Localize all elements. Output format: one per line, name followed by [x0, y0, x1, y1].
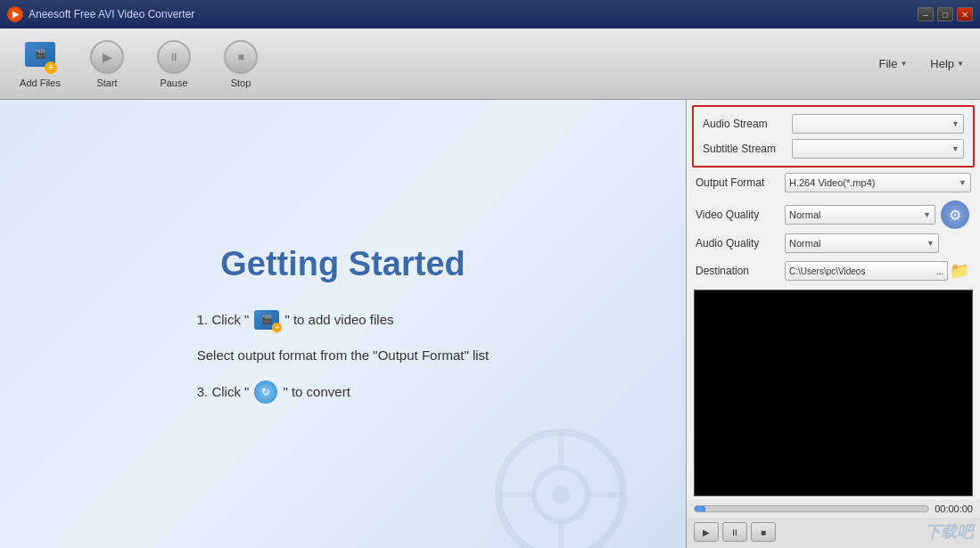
stop-playback-button[interactable]: ■: [751, 522, 776, 542]
subtitle-stream-row: Subtitle Stream ▼: [703, 139, 964, 159]
file-menu[interactable]: File ▼: [871, 53, 914, 74]
audio-stream-select[interactable]: ▼: [792, 114, 964, 134]
output-format-label: Output Format: [696, 176, 785, 189]
instruction-1: 1. Click " 🎬 " to add video files: [197, 310, 489, 330]
destination-container: Destination C:\Users\pc\Videos ... 📁: [696, 261, 971, 281]
instructions: 1. Click " 🎬 " to add video files Select…: [197, 310, 489, 404]
subtitle-stream-select[interactable]: ▼: [792, 139, 964, 159]
stop-button[interactable]: ■ Stop: [210, 34, 272, 94]
close-button[interactable]: ✕: [957, 7, 973, 21]
main-content: Getting Started 1. Click " 🎬 " to add vi…: [0, 100, 980, 548]
audio-quality-select[interactable]: Normal ▼: [785, 233, 939, 253]
progress-thumb: [695, 505, 705, 512]
pause-playback-button[interactable]: ⏸: [722, 522, 747, 542]
progress-area: 00:00:00: [687, 500, 980, 518]
title-bar: ▶ Aneesoft Free AVI Video Converter – □ …: [0, 0, 980, 29]
film-reel-decoration: [490, 423, 632, 548]
add-files-label: Add Files: [20, 78, 61, 88]
title-bar-left: ▶ Aneesoft Free AVI Video Converter: [7, 6, 194, 22]
video-quality-label: Video Quality: [696, 209, 785, 221]
destination-value: C:\Users\pc\Videos: [789, 266, 865, 276]
pause-button[interactable]: ⏸ Pause: [143, 34, 205, 94]
video-quality-container: Video Quality Normal ▼ ⚙: [696, 200, 971, 229]
audio-stream-arrow: ▼: [951, 119, 959, 128]
right-panel: Audio Stream ▼ Subtitle Stream ▼: [686, 100, 980, 548]
time-display: 00:00:00: [935, 503, 973, 514]
settings-gear-button[interactable]: ⚙: [941, 200, 969, 229]
output-format-row: Output Format H.264 Video(*.mp4) ▼: [696, 173, 971, 192]
instruction-2: Select output format from the "Output Fo…: [197, 348, 489, 363]
destination-dots: ...: [936, 266, 943, 276]
add-files-button[interactable]: 🎬 + Add Files: [9, 34, 71, 94]
lower-settings: Output Format H.264 Video(*.mp4) ▼ Video…: [687, 168, 980, 286]
subtitle-stream-arrow: ▼: [951, 144, 959, 153]
stop-icon: ■: [224, 40, 258, 74]
pause-icon: ⏸: [157, 40, 191, 74]
destination-row: Destination C:\Users\pc\Videos ...: [696, 261, 948, 281]
left-panel: Getting Started 1. Click " 🎬 " to add vi…: [0, 100, 686, 548]
video-quality-value: Normal: [789, 209, 820, 220]
progress-track[interactable]: [694, 505, 929, 512]
window-controls: – □ ✕: [918, 7, 973, 21]
audio-quality-row: Audio Quality Normal ▼: [696, 233, 971, 253]
output-format-value: H.264 Video(*.mp4): [789, 177, 875, 188]
toolbar: 🎬 + Add Files ▶ Start ⏸ Pause ■ Stop Fil…: [0, 29, 980, 100]
watermark: 下载吧: [925, 521, 973, 543]
video-quality-arrow: ▼: [923, 210, 931, 219]
play-button[interactable]: ▶: [694, 522, 719, 542]
start-inline-icon: ↻: [254, 380, 277, 404]
video-quality-select[interactable]: Normal ▼: [785, 205, 935, 225]
audio-stream-label: Audio Stream: [703, 118, 792, 130]
minimize-button[interactable]: –: [918, 7, 934, 21]
destination-label: Destination: [696, 265, 785, 277]
audio-quality-arrow: ▼: [926, 239, 935, 248]
audio-stream-row: Audio Stream ▼: [703, 114, 964, 134]
instruction-3: 3. Click " ↻ " to convert: [197, 380, 489, 404]
audio-quality-value: Normal: [789, 238, 820, 249]
maximize-button[interactable]: □: [937, 7, 953, 21]
app-icon: ▶: [7, 6, 23, 22]
svg-point-2: [552, 486, 570, 503]
add-files-icon: 🎬 +: [23, 40, 57, 74]
playback-controls: ▶ ⏸ ■ 下载吧: [687, 518, 980, 548]
highlighted-settings: Audio Stream ▼ Subtitle Stream ▼: [692, 105, 975, 168]
output-format-arrow: ▼: [959, 178, 967, 187]
help-menu[interactable]: Help ▼: [923, 53, 971, 74]
output-format-select[interactable]: H.264 Video(*.mp4) ▼: [785, 173, 971, 192]
subtitle-stream-label: Subtitle Stream: [703, 143, 792, 155]
stop-label: Stop: [231, 78, 251, 88]
app-title: Aneesoft Free AVI Video Converter: [29, 8, 194, 20]
video-quality-row: Video Quality Normal ▼: [696, 205, 935, 225]
destination-field[interactable]: C:\Users\pc\Videos ...: [785, 261, 948, 281]
getting-started-title: Getting Started: [220, 245, 465, 283]
browse-folder-button[interactable]: 📁: [948, 261, 971, 281]
pause-label: Pause: [160, 78, 187, 88]
start-label: Start: [96, 78, 117, 88]
add-files-inline-icon: 🎬: [254, 310, 279, 330]
menu-bar: File ▼ Help ▼: [871, 53, 971, 74]
start-icon: ▶: [90, 40, 124, 74]
video-preview: [694, 290, 973, 496]
start-button[interactable]: ▶ Start: [76, 34, 138, 94]
audio-quality-label: Audio Quality: [696, 237, 785, 249]
